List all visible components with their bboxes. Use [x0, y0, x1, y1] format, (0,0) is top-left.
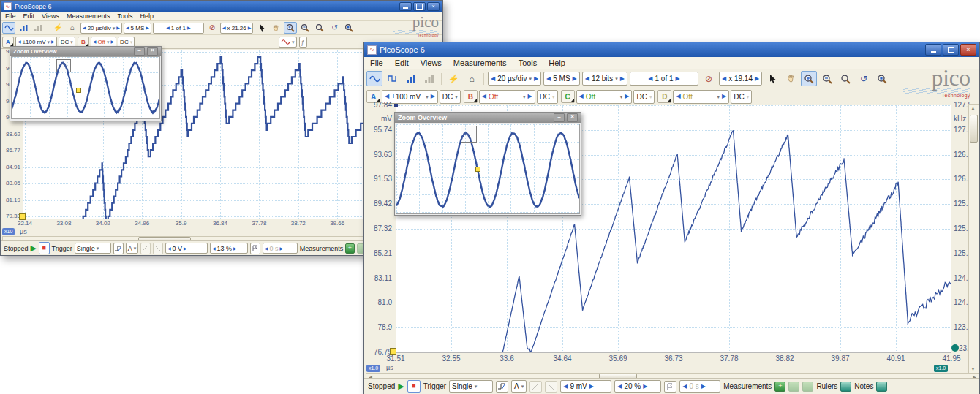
- menu-item[interactable]: Help: [549, 58, 565, 67]
- pre-trigger-control[interactable]: ◀20 %▶: [614, 380, 661, 393]
- math-channels-button[interactable]: ƒ: [299, 37, 307, 48]
- spin-left-icon[interactable]: ◀: [617, 384, 622, 390]
- minimize-button[interactable]: [925, 44, 941, 56]
- timebase-control[interactable]: ◀20 µs/div▾▶: [488, 72, 541, 86]
- spin-left-icon[interactable]: ◀: [491, 76, 495, 82]
- menu-item[interactable]: File: [370, 58, 383, 67]
- samples-control[interactable]: ◀5 MS▶: [543, 72, 580, 86]
- start-button[interactable]: ▶: [398, 382, 404, 391]
- delete-measurement-button[interactable]: [802, 382, 813, 392]
- scope-view-button[interactable]: [366, 71, 382, 86]
- buffer-navigator[interactable]: ◀1 of 1▶: [153, 23, 204, 34]
- add-measurement-button[interactable]: +: [774, 382, 785, 392]
- spin-right-icon[interactable]: ▶: [279, 246, 283, 251]
- scrollbar-thumb[interactable]: [970, 115, 978, 143]
- menu-item[interactable]: Measurements: [67, 12, 110, 20]
- zoom-in-tool-button[interactable]: [284, 22, 297, 34]
- menu-item[interactable]: Edit: [23, 12, 35, 20]
- zoom-factor-control[interactable]: ◀x 19.14▶: [719, 72, 762, 86]
- spin-left-icon[interactable]: ◀: [126, 26, 129, 30]
- notes-button[interactable]: [876, 382, 887, 392]
- spin-right-icon[interactable]: ▶: [527, 94, 532, 99]
- channel-coupling-dropdown[interactable]: DC▾: [731, 90, 752, 104]
- menu-item[interactable]: Views: [421, 58, 442, 67]
- spin-left-icon[interactable]: ◀: [585, 76, 589, 82]
- close-button[interactable]: ×: [960, 44, 976, 56]
- spin-left-icon[interactable]: ◀: [546, 76, 551, 82]
- zoom-selection-rect[interactable]: [461, 126, 477, 142]
- spin-right-icon[interactable]: ▶: [620, 76, 625, 82]
- pointer-tool-button[interactable]: [255, 22, 268, 34]
- zoom-full-button[interactable]: [874, 71, 890, 86]
- spin-left-icon[interactable]: ◀: [93, 39, 97, 44]
- front-window[interactable]: ∿ PicoScope 6 × FileEditViewsMeasurement…: [363, 42, 980, 394]
- title-bar[interactable]: ∿ PicoScope 6 ×: [364, 42, 979, 57]
- menu-item[interactable]: Edit: [395, 58, 409, 67]
- scroll-up-icon[interactable]: ▲: [969, 105, 977, 111]
- falling-edge-button[interactable]: [153, 243, 163, 254]
- probe-wizard-button[interactable]: ⚡: [445, 71, 461, 86]
- trigger-source-dropdown[interactable]: A▾: [511, 380, 527, 393]
- maximize-button[interactable]: [413, 2, 426, 11]
- home-button[interactable]: ⌂: [66, 22, 79, 34]
- channel-coupling-dropdown[interactable]: DC▾: [537, 90, 558, 104]
- zoom-out-tool-button[interactable]: [298, 22, 312, 34]
- spectrum-view-button[interactable]: [17, 22, 30, 34]
- home-button[interactable]: ⌂: [464, 71, 480, 86]
- zoom-factor-control[interactable]: ◀x 21.26▶: [220, 23, 254, 34]
- popup-minimize-button[interactable]: –: [134, 47, 145, 56]
- trigger-marker-icon[interactable]: [390, 348, 396, 355]
- spin-left-icon[interactable]: ◀: [563, 384, 568, 390]
- marquee-zoom-button[interactable]: [313, 22, 326, 34]
- pointer-tool-button[interactable]: [764, 71, 780, 86]
- popup-close-button[interactable]: ×: [147, 47, 158, 56]
- stop-button[interactable]: ■: [407, 380, 421, 393]
- spin-left-icon[interactable]: ◀: [212, 246, 216, 251]
- spin-left-icon[interactable]: ◀: [385, 94, 389, 99]
- trigger-mode-dropdown[interactable]: Single▾: [75, 243, 111, 254]
- spin-left-icon[interactable]: ◀: [722, 76, 726, 82]
- square-wave-view-button[interactable]: [385, 71, 401, 86]
- menu-item[interactable]: Views: [42, 12, 59, 20]
- spin-left-icon[interactable]: ◀: [222, 26, 226, 30]
- hand-tool-button[interactable]: [783, 71, 799, 86]
- samples-control[interactable]: ◀5 MS▶: [124, 23, 151, 34]
- popup-plot[interactable]: [396, 124, 580, 214]
- zoom-overview-popup[interactable]: Zoom Overview – ×: [394, 112, 581, 216]
- spin-right-icon[interactable]: ▶: [755, 76, 759, 82]
- spin-left-icon[interactable]: ◀: [167, 246, 171, 251]
- channel-button[interactable]: C: [561, 90, 575, 103]
- trigger-mode-dropdown[interactable]: Single▾: [449, 380, 493, 393]
- rising-edge-button[interactable]: [529, 381, 542, 393]
- undo-zoom-button[interactable]: ↺: [328, 22, 341, 34]
- spin-right-icon[interactable]: ▶: [248, 26, 252, 30]
- timebase-control[interactable]: ◀20 µs/div▾▶: [80, 23, 122, 34]
- zoom-selection-rect[interactable]: [56, 59, 71, 73]
- spin-right-icon[interactable]: ▶: [233, 246, 237, 251]
- spin-left-icon[interactable]: ◀: [166, 26, 170, 30]
- popup-minimize-button[interactable]: –: [554, 113, 565, 122]
- probe-wizard-button[interactable]: ⚡: [51, 22, 64, 34]
- spin-right-icon[interactable]: ▶: [722, 94, 726, 99]
- trigger-level-control[interactable]: ◀9 mV▶: [560, 380, 611, 393]
- vertical-scrollbar[interactable]: ▲ ▼: [968, 104, 979, 374]
- spin-left-icon[interactable]: ◀: [676, 94, 680, 99]
- spectrum-view-button[interactable]: [403, 71, 419, 86]
- channel-coupling-dropdown[interactable]: DC▾: [440, 90, 461, 104]
- popup-title-bar[interactable]: Zoom Overview – ×: [395, 113, 581, 123]
- popup-plot[interactable]: [11, 56, 160, 119]
- spin-left-icon[interactable]: ◀: [265, 246, 268, 251]
- spin-right-icon[interactable]: ▶: [184, 246, 187, 251]
- persistence-view-button[interactable]: [31, 22, 45, 34]
- spin-right-icon[interactable]: ▶: [589, 384, 594, 390]
- menu-item[interactable]: Tools: [117, 12, 132, 20]
- channel-range-control[interactable]: ◀Off▾▶: [673, 90, 729, 104]
- channel-range-control[interactable]: ◀Off▾▶: [576, 90, 633, 104]
- close-button[interactable]: ×: [427, 2, 440, 11]
- popup-close-button[interactable]: ×: [567, 113, 578, 122]
- buffer-overview-button[interactable]: ⊘: [701, 71, 717, 86]
- rulers-button[interactable]: [840, 382, 851, 392]
- spin-right-icon[interactable]: ▶: [534, 76, 538, 82]
- trigger-marker-icon[interactable]: [19, 213, 26, 220]
- buffer-overview-button[interactable]: ⊘: [206, 22, 219, 34]
